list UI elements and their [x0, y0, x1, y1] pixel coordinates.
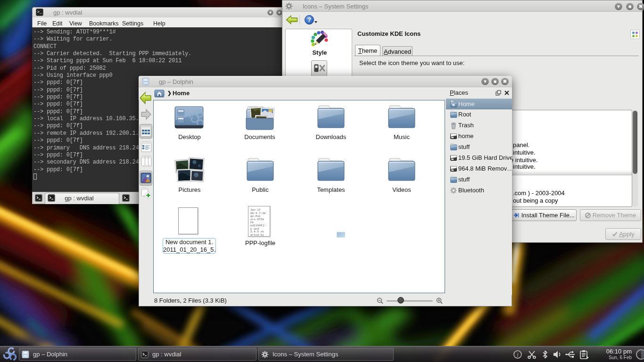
- svg-text:?: ?: [307, 16, 312, 24]
- svg-text:i: i: [517, 352, 518, 358]
